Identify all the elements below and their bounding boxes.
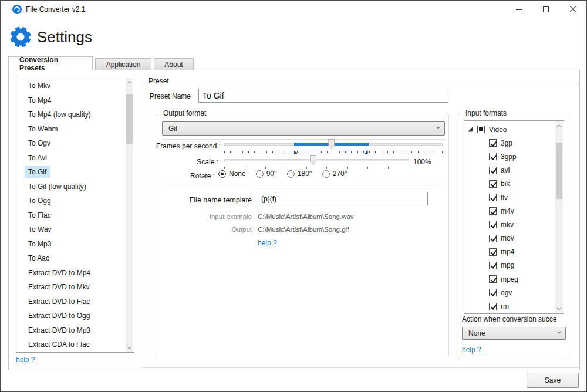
expander-icon[interactable] <box>468 127 473 132</box>
filename-help-link[interactable]: help ? <box>258 239 277 247</box>
preset-name-input[interactable] <box>198 89 448 103</box>
format-item[interactable]: avi <box>464 164 555 177</box>
format-item[interactable]: ogv <box>464 286 555 299</box>
output-format-group: Output format Gif Frames per second : <box>156 114 449 357</box>
checkbox-icon[interactable] <box>489 167 497 174</box>
scale-slider-track[interactable] <box>224 159 409 161</box>
rotate-option[interactable]: 180° <box>287 170 312 178</box>
tab-conversion-presets[interactable]: Conversion Presets <box>8 56 93 70</box>
scale-slider-thumb[interactable] <box>310 155 316 165</box>
list-item[interactable]: To Mkv <box>16 79 126 93</box>
list-item-label: To Wav <box>25 224 55 235</box>
checkbox-icon[interactable] <box>489 153 497 160</box>
video-checkbox[interactable] <box>477 126 485 133</box>
list-item[interactable]: To Webm <box>16 122 126 137</box>
close-button[interactable] <box>559 1 586 18</box>
format-item-label: avi <box>501 166 510 174</box>
maximize-button[interactable] <box>532 1 559 18</box>
presets-help-link[interactable]: help ? <box>16 356 35 364</box>
format-item[interactable]: mpg <box>464 259 555 272</box>
checkbox-icon[interactable] <box>489 221 497 228</box>
list-item[interactable]: To Gif (low quality) <box>16 180 126 194</box>
tab-page: To MkvTo Mp4To Mp4 (low quality)To WebmT… <box>8 70 580 370</box>
checkbox-icon[interactable] <box>489 275 497 283</box>
list-item[interactable]: To Wav <box>16 222 126 237</box>
fps-slider-thumb[interactable] <box>328 139 335 150</box>
rotate-option[interactable]: 270° <box>322 170 348 178</box>
list-item[interactable]: Extract DVD to Mkv <box>16 280 126 295</box>
format-item[interactable]: 3gpp <box>464 150 555 163</box>
list-item[interactable]: To Mp4 (low quality) <box>16 107 126 122</box>
checkbox-icon[interactable] <box>489 180 497 188</box>
output-example-value: C:\Music\Artist\Album\Song.gif <box>258 226 349 233</box>
format-item-label: mpeg <box>501 275 518 283</box>
save-button[interactable]: Save <box>527 373 579 388</box>
tab-application[interactable]: Application <box>95 58 151 70</box>
format-item[interactable]: flv <box>464 191 555 204</box>
list-item[interactable]: Extract DVD to Flac <box>16 295 126 309</box>
scroll-down-icon[interactable] <box>126 343 133 352</box>
minimize-button[interactable] <box>505 1 532 18</box>
page-title: Settings <box>37 28 92 46</box>
tab-about[interactable]: About <box>154 58 194 70</box>
rotate-option[interactable]: 90° <box>256 170 277 178</box>
window-controls <box>505 1 586 18</box>
preset-list-scrollbar[interactable] <box>126 78 133 352</box>
format-item[interactable]: rm <box>464 299 555 313</box>
checkbox-icon[interactable] <box>489 139 497 147</box>
conversion-action-select[interactable]: None <box>462 327 566 340</box>
input-formats-help-link[interactable]: help ? <box>462 346 481 354</box>
list-item[interactable]: To Aac <box>16 251 126 266</box>
list-item[interactable]: To Mp4 <box>16 93 126 108</box>
list-item[interactable]: To Avi <box>16 151 126 165</box>
list-item[interactable]: To Gif <box>16 165 126 180</box>
checkbox-icon[interactable] <box>489 194 497 201</box>
tick-mark <box>327 151 328 153</box>
tick-mark <box>351 151 352 153</box>
radio-label: 180° <box>298 170 312 178</box>
format-item[interactable]: 3gp <box>464 136 555 150</box>
list-item[interactable]: To Ogv <box>16 136 126 151</box>
list-item[interactable]: To Mp3 <box>16 237 126 252</box>
list-item[interactable]: To Ogg <box>16 194 126 208</box>
filename-template-input[interactable] <box>258 192 428 205</box>
list-item-label: To Webm <box>25 123 61 135</box>
scale-slider[interactable] <box>224 155 409 165</box>
tree-scrollbar[interactable] <box>555 121 563 313</box>
tick-mark <box>315 151 315 153</box>
checkbox-icon[interactable] <box>489 262 497 269</box>
format-item[interactable]: mp4 <box>464 245 555 259</box>
checkbox-icon[interactable] <box>489 289 497 296</box>
conversion-action-value: None <box>468 329 485 337</box>
input-example-value: C:\Music\Artist\Album\Song.wav <box>258 213 354 220</box>
scroll-up-icon[interactable] <box>126 78 133 86</box>
list-item[interactable]: To Flac <box>16 208 126 223</box>
list-item[interactable]: Extract CDA to Flac <box>16 337 126 352</box>
format-category-video[interactable]: Video <box>464 123 555 136</box>
format-item[interactable]: mpeg <box>464 272 555 286</box>
format-item-label: ogv <box>501 289 512 297</box>
scrollbar-thumb[interactable] <box>126 94 133 144</box>
list-item[interactable]: Extract DVD to Mp4 <box>16 266 126 281</box>
checkbox-icon[interactable] <box>489 303 497 310</box>
scroll-down-icon[interactable] <box>555 305 563 313</box>
maximize-icon <box>543 6 549 12</box>
format-item-label: mp4 <box>501 248 514 256</box>
checkbox-icon[interactable] <box>489 207 497 215</box>
checkbox-icon[interactable] <box>489 248 497 256</box>
fps-slider[interactable] <box>224 139 443 150</box>
scroll-up-icon[interactable] <box>555 121 563 130</box>
format-item[interactable]: mkv <box>464 218 555 231</box>
list-item-label: To Gif (low quality) <box>25 181 90 192</box>
format-item[interactable]: mov <box>464 232 555 245</box>
rotate-option[interactable]: None <box>218 170 246 178</box>
list-item[interactable]: Extract DVD to Ogg <box>16 309 126 323</box>
list-item-label: To Gif <box>25 166 50 178</box>
list-item[interactable]: Extract DVD to Mp3 <box>16 323 126 338</box>
format-item[interactable]: m4v <box>464 204 555 218</box>
scrollbar-thumb[interactable] <box>556 143 562 199</box>
output-format-select[interactable]: Gif <box>162 121 445 136</box>
format-item[interactable]: bik <box>464 177 555 191</box>
checkbox-icon[interactable] <box>489 235 497 242</box>
tick-mark <box>303 151 303 153</box>
